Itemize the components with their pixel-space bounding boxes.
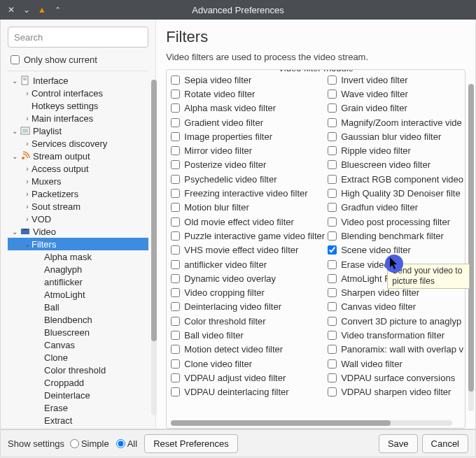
tree-item-ball[interactable]: Ball	[8, 301, 148, 313]
twisty-icon[interactable]: ›	[23, 203, 31, 210]
filter-ripple-video-filter[interactable]: Ripple video filter	[325, 143, 463, 157]
filter-checkbox[interactable]	[171, 132, 180, 141]
filter-checkbox[interactable]	[171, 260, 180, 269]
filter-panoramix-wall-with-overlap-v[interactable]: Panoramix: wall with overlap v	[325, 343, 463, 357]
twisty-icon[interactable]: ⌄	[10, 152, 19, 160]
settings-tree[interactable]: ⌄Interface›Control interfacesHotkeys set…	[8, 71, 148, 429]
tree-item-croppadd[interactable]: Croppadd	[8, 376, 148, 389]
filter-high-quality-3d-denoiser-filte[interactable]: High Quality 3D Denoiser filte	[325, 186, 463, 200]
filter-vdpau-adjust-video-filter[interactable]: VDPAU adjust video filter	[168, 371, 325, 385]
filter-motion-blur-filter[interactable]: Motion blur filter	[168, 201, 325, 215]
simple-radio[interactable]: Simple	[70, 438, 109, 449]
twisty-icon[interactable]: ›	[23, 215, 31, 223]
reset-preferences-button[interactable]: Reset Preferences	[144, 434, 238, 453]
filter-checkbox[interactable]	[171, 231, 180, 241]
filter-checkbox[interactable]	[171, 160, 180, 169]
filter-checkbox[interactable]	[328, 132, 337, 141]
filter-rotate-video-filter[interactable]: Rotate video filter	[168, 87, 325, 101]
filter-checkbox[interactable]	[328, 203, 337, 212]
filter-checkbox[interactable]	[328, 345, 337, 354]
filter-checkbox[interactable]	[328, 274, 337, 283]
filter-gaussian-blur-video-filter[interactable]: Gaussian blur video filter	[325, 129, 463, 143]
tree-item-packetizers[interactable]: ›Packetizers	[8, 187, 148, 200]
filter-checkbox[interactable]	[328, 103, 337, 113]
filter-extract-rgb-component-video[interactable]: Extract RGB component video	[325, 172, 463, 186]
tree-item-bluescreen[interactable]: Bluescreen	[8, 326, 148, 338]
filter-checkbox[interactable]	[171, 217, 180, 227]
filter-checkbox[interactable]	[328, 231, 337, 241]
filter-checkbox[interactable]	[328, 302, 337, 311]
all-radio[interactable]: All	[116, 438, 137, 449]
tree-item-vod[interactable]: ›VOD	[8, 213, 148, 225]
tree-item-gaussian-blur[interactable]: Gaussian Blur	[8, 427, 148, 429]
tree-item-color-threshold[interactable]: Color threshold	[8, 364, 148, 376]
filter-checkbox[interactable]	[328, 331, 337, 340]
filter-motion-detect-video-filter[interactable]: Motion detect video filter	[168, 343, 325, 357]
filter-checkbox[interactable]	[171, 76, 180, 85]
filter-psychedelic-video-filter[interactable]: Psychedelic video filter	[168, 172, 325, 186]
filter-dynamic-video-overlay[interactable]: Dynamic video overlay	[168, 271, 325, 285]
filter-ball-video-filter[interactable]: Ball video filter	[168, 328, 325, 342]
filter-checkbox[interactable]	[328, 118, 337, 127]
filter-posterize-video-filter[interactable]: Posterize video filter	[168, 158, 325, 172]
cancel-button[interactable]: Cancel	[422, 434, 468, 453]
twisty-icon[interactable]: ›	[23, 90, 31, 97]
tree-item-services-discovery[interactable]: ›Services discovery	[8, 137, 148, 150]
tree-item-stream-output[interactable]: ⌄Stream output	[8, 150, 148, 162]
filter-alpha-mask-video-filter[interactable]: Alpha mask video filter	[168, 101, 325, 115]
filter-checkbox[interactable]	[171, 90, 180, 99]
filter-vdpau-sharpen-video-filter[interactable]: VDPAU sharpen video filter	[325, 385, 463, 399]
filter-checkbox[interactable]	[171, 103, 180, 113]
tree-item-hotkeys-settings[interactable]: Hotkeys settings	[8, 99, 148, 112]
vertical-scrollbar[interactable]	[468, 84, 474, 411]
filter-checkbox[interactable]	[328, 146, 337, 155]
save-button[interactable]: Save	[379, 434, 418, 453]
filter-sepia-video-filter[interactable]: Sepia video filter	[168, 73, 325, 87]
filter-checkbox[interactable]	[171, 359, 180, 368]
filter-checkbox[interactable]	[171, 373, 180, 382]
only-show-current-checkbox[interactable]: Only show current	[10, 55, 148, 65]
filter-checkbox[interactable]	[328, 317, 337, 326]
twisty-icon[interactable]: ⌄	[10, 77, 19, 85]
tree-item-antiflicker[interactable]: antiflicker	[8, 275, 148, 288]
tree-item-extract[interactable]: Extract	[8, 414, 148, 427]
filter-checkbox[interactable]	[171, 345, 180, 354]
twisty-icon[interactable]: ⌄	[10, 127, 19, 135]
filter-checkbox[interactable]	[171, 146, 180, 155]
filter-mirror-video-filter[interactable]: Mirror video filter	[168, 143, 325, 157]
filter-checkbox[interactable]	[171, 175, 180, 184]
filter-checkbox[interactable]	[171, 331, 180, 340]
tree-item-main-interfaces[interactable]: ›Main interfaces	[8, 112, 148, 124]
filter-checkbox[interactable]	[328, 160, 337, 169]
filter-gradient-video-filter[interactable]: Gradient video filter	[168, 115, 325, 129]
tree-item-muxers[interactable]: ›Muxers	[8, 175, 148, 187]
tree-item-video[interactable]: ⌄Video	[8, 225, 148, 238]
filter-magnify-zoom-interactive-vide[interactable]: Magnify/Zoom interactive vide	[325, 115, 463, 129]
twisty-icon[interactable]: ›	[23, 140, 31, 148]
filter-checkbox[interactable]	[328, 76, 337, 85]
tree-item-deinterlace[interactable]: Deinterlace	[8, 389, 148, 401]
twisty-icon[interactable]: ›	[23, 178, 31, 185]
filter-checkbox[interactable]	[171, 274, 180, 283]
tree-item-access-output[interactable]: ›Access output	[8, 162, 148, 175]
filter-vdpau-surface-conversions[interactable]: VDPAU surface conversions	[325, 371, 463, 385]
tree-item-atmolight[interactable]: AtmoLight	[8, 288, 148, 301]
filter-checkbox[interactable]	[328, 217, 337, 227]
filter-vhs-movie-effect-video-filter[interactable]: VHS movie effect video filter	[168, 243, 325, 257]
filter-checkbox[interactable]	[328, 260, 337, 269]
filter-checkbox[interactable]	[328, 359, 337, 368]
tree-item-anaglyph[interactable]: Anaglyph	[8, 263, 148, 275]
filter-antiflicker-video-filter[interactable]: antiflicker video filter	[168, 257, 325, 271]
tree-item-playlist[interactable]: ⌄Playlist	[8, 124, 148, 137]
filter-checkbox[interactable]	[171, 387, 180, 396]
twisty-icon[interactable]: ⌄	[10, 228, 19, 236]
tree-item-alpha-mask[interactable]: Alpha mask	[8, 250, 148, 263]
filter-clone-video-filter[interactable]: Clone video filter	[168, 357, 325, 371]
filter-checkbox[interactable]	[171, 118, 180, 127]
tree-item-control-interfaces[interactable]: ›Control interfaces	[8, 87, 148, 99]
twisty-icon[interactable]: ⌄	[23, 241, 31, 248]
filter-checkbox[interactable]	[328, 245, 337, 255]
twisty-icon[interactable]: ›	[23, 165, 31, 173]
tree-item-clone[interactable]: Clone	[8, 351, 148, 364]
filter-blending-benchmark-filter[interactable]: Blending benchmark filter	[325, 229, 463, 243]
